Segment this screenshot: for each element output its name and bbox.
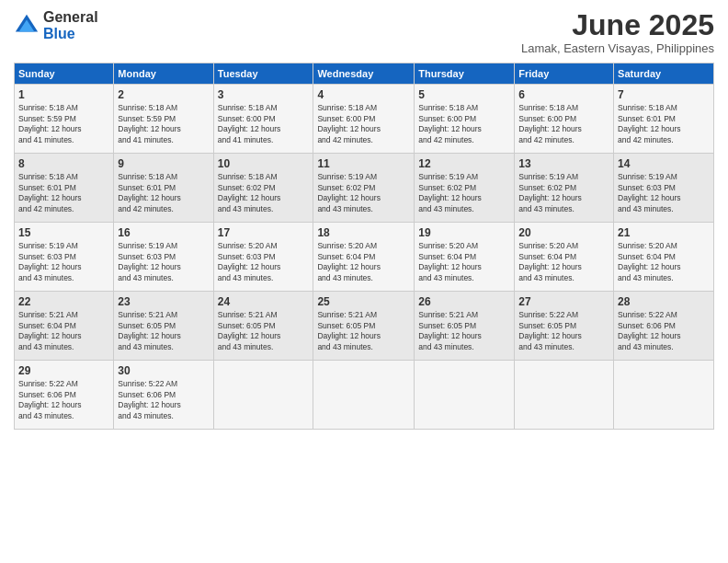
day-info: Sunrise: 5:18 AMSunset: 6:01 PMDaylight:… <box>118 172 209 214</box>
day-number: 21 <box>618 226 710 239</box>
day-info: Sunrise: 5:18 AMSunset: 6:02 PMDaylight:… <box>218 172 310 214</box>
day-number: 17 <box>218 226 310 239</box>
table-row: 24Sunrise: 5:21 AMSunset: 6:05 PMDayligh… <box>213 292 313 361</box>
day-number: 9 <box>118 157 209 170</box>
table-row: 14Sunrise: 5:19 AMSunset: 6:03 PMDayligh… <box>614 154 714 223</box>
logo-blue: Blue <box>43 26 98 42</box>
day-number: 13 <box>518 157 609 170</box>
day-info: Sunrise: 5:19 AMSunset: 6:03 PMDaylight:… <box>18 241 109 283</box>
day-info: Sunrise: 5:21 AMSunset: 6:05 PMDaylight:… <box>118 310 209 352</box>
table-row <box>515 361 614 430</box>
table-row: 16Sunrise: 5:19 AMSunset: 6:03 PMDayligh… <box>114 223 213 292</box>
day-info: Sunrise: 5:20 AMSunset: 6:03 PMDaylight:… <box>218 241 310 283</box>
page: General Blue June 2025 Lamak, Eastern Vi… <box>0 0 728 563</box>
header-wednesday: Wednesday <box>313 63 415 85</box>
table-row: 25Sunrise: 5:21 AMSunset: 6:05 PMDayligh… <box>313 292 415 361</box>
day-info: Sunrise: 5:22 AMSunset: 6:06 PMDaylight:… <box>618 310 710 352</box>
day-info: Sunrise: 5:20 AMSunset: 6:04 PMDaylight:… <box>317 241 410 283</box>
day-number: 20 <box>518 226 609 239</box>
table-row: 28Sunrise: 5:22 AMSunset: 6:06 PMDayligh… <box>614 292 714 361</box>
day-number: 2 <box>118 88 209 101</box>
day-info: Sunrise: 5:22 AMSunset: 6:05 PMDaylight:… <box>518 310 609 352</box>
day-number: 26 <box>418 295 510 308</box>
header-tuesday: Tuesday <box>213 63 313 85</box>
header-row: Sunday Monday Tuesday Wednesday Thursday… <box>15 63 714 85</box>
table-row <box>415 361 515 430</box>
table-row: 22Sunrise: 5:21 AMSunset: 6:04 PMDayligh… <box>15 292 114 361</box>
day-info: Sunrise: 5:18 AMSunset: 6:00 PMDaylight:… <box>518 103 609 145</box>
day-info: Sunrise: 5:20 AMSunset: 6:04 PMDaylight:… <box>518 241 609 283</box>
day-number: 19 <box>418 226 510 239</box>
table-row: 15Sunrise: 5:19 AMSunset: 6:03 PMDayligh… <box>15 223 114 292</box>
table-row: 9Sunrise: 5:18 AMSunset: 6:01 PMDaylight… <box>114 154 213 223</box>
day-number: 22 <box>18 295 109 308</box>
table-row: 2Sunrise: 5:18 AMSunset: 5:59 PMDaylight… <box>114 85 213 154</box>
day-info: Sunrise: 5:22 AMSunset: 6:06 PMDaylight:… <box>118 379 209 421</box>
header-thursday: Thursday <box>415 63 515 85</box>
day-number: 4 <box>317 88 410 101</box>
day-number: 18 <box>317 226 410 239</box>
day-info: Sunrise: 5:19 AMSunset: 6:03 PMDaylight:… <box>118 241 209 283</box>
day-number: 27 <box>518 295 609 308</box>
day-number: 14 <box>618 157 710 170</box>
table-row: 5Sunrise: 5:18 AMSunset: 6:00 PMDaylight… <box>415 85 515 154</box>
header-monday: Monday <box>114 63 213 85</box>
table-row: 21Sunrise: 5:20 AMSunset: 6:04 PMDayligh… <box>614 223 714 292</box>
day-number: 16 <box>118 226 209 239</box>
day-number: 3 <box>218 88 310 101</box>
day-info: Sunrise: 5:18 AMSunset: 6:01 PMDaylight:… <box>618 103 710 145</box>
day-number: 15 <box>18 226 109 239</box>
day-number: 11 <box>317 157 410 170</box>
day-number: 23 <box>118 295 209 308</box>
day-info: Sunrise: 5:18 AMSunset: 6:00 PMDaylight:… <box>218 103 310 145</box>
table-row: 20Sunrise: 5:20 AMSunset: 6:04 PMDayligh… <box>515 223 614 292</box>
title-area: June 2025 Lamak, Eastern Visayas, Philip… <box>521 9 714 55</box>
day-number: 10 <box>218 157 310 170</box>
logo-text: General Blue <box>43 9 98 41</box>
logo-general: General <box>43 9 98 26</box>
day-info: Sunrise: 5:18 AMSunset: 6:00 PMDaylight:… <box>418 103 510 145</box>
day-number: 5 <box>418 88 510 101</box>
day-info: Sunrise: 5:18 AMSunset: 5:59 PMDaylight:… <box>118 103 209 145</box>
day-number: 1 <box>18 88 109 101</box>
calendar-week-row: 29Sunrise: 5:22 AMSunset: 6:06 PMDayligh… <box>15 361 714 430</box>
table-row: 3Sunrise: 5:18 AMSunset: 6:00 PMDaylight… <box>213 85 313 154</box>
table-row: 7Sunrise: 5:18 AMSunset: 6:01 PMDaylight… <box>614 85 714 154</box>
day-info: Sunrise: 5:19 AMSunset: 6:03 PMDaylight:… <box>618 172 710 214</box>
table-row: 12Sunrise: 5:19 AMSunset: 6:02 PMDayligh… <box>415 154 515 223</box>
main-title: June 2025 <box>521 9 714 41</box>
header-saturday: Saturday <box>614 63 714 85</box>
day-number: 24 <box>218 295 310 308</box>
calendar-week-row: 8Sunrise: 5:18 AMSunset: 6:01 PMDaylight… <box>15 154 714 223</box>
table-row: 10Sunrise: 5:18 AMSunset: 6:02 PMDayligh… <box>213 154 313 223</box>
table-row <box>213 361 313 430</box>
day-info: Sunrise: 5:20 AMSunset: 6:04 PMDaylight:… <box>618 241 710 283</box>
table-row: 11Sunrise: 5:19 AMSunset: 6:02 PMDayligh… <box>313 154 415 223</box>
table-row: 18Sunrise: 5:20 AMSunset: 6:04 PMDayligh… <box>313 223 415 292</box>
logo: General Blue <box>14 9 98 41</box>
table-row: 13Sunrise: 5:19 AMSunset: 6:02 PMDayligh… <box>515 154 614 223</box>
table-row <box>313 361 415 430</box>
day-number: 30 <box>118 364 209 377</box>
header: General Blue June 2025 Lamak, Eastern Vi… <box>14 9 714 55</box>
day-info: Sunrise: 5:21 AMSunset: 6:05 PMDaylight:… <box>418 310 510 352</box>
day-info: Sunrise: 5:19 AMSunset: 6:02 PMDaylight:… <box>518 172 609 214</box>
logo-icon <box>14 13 40 39</box>
table-row: 19Sunrise: 5:20 AMSunset: 6:04 PMDayligh… <box>415 223 515 292</box>
calendar-week-row: 1Sunrise: 5:18 AMSunset: 5:59 PMDaylight… <box>15 85 714 154</box>
day-info: Sunrise: 5:18 AMSunset: 5:59 PMDaylight:… <box>18 103 109 145</box>
day-number: 12 <box>418 157 510 170</box>
table-row: 1Sunrise: 5:18 AMSunset: 5:59 PMDaylight… <box>15 85 114 154</box>
day-number: 29 <box>18 364 109 377</box>
table-row: 17Sunrise: 5:20 AMSunset: 6:03 PMDayligh… <box>213 223 313 292</box>
table-row: 30Sunrise: 5:22 AMSunset: 6:06 PMDayligh… <box>114 361 213 430</box>
day-number: 28 <box>618 295 710 308</box>
header-sunday: Sunday <box>15 63 114 85</box>
header-friday: Friday <box>515 63 614 85</box>
table-row: 29Sunrise: 5:22 AMSunset: 6:06 PMDayligh… <box>15 361 114 430</box>
day-info: Sunrise: 5:21 AMSunset: 6:04 PMDaylight:… <box>18 310 109 352</box>
day-info: Sunrise: 5:21 AMSunset: 6:05 PMDaylight:… <box>218 310 310 352</box>
day-info: Sunrise: 5:19 AMSunset: 6:02 PMDaylight:… <box>317 172 410 214</box>
day-info: Sunrise: 5:19 AMSunset: 6:02 PMDaylight:… <box>418 172 510 214</box>
day-info: Sunrise: 5:21 AMSunset: 6:05 PMDaylight:… <box>317 310 410 352</box>
